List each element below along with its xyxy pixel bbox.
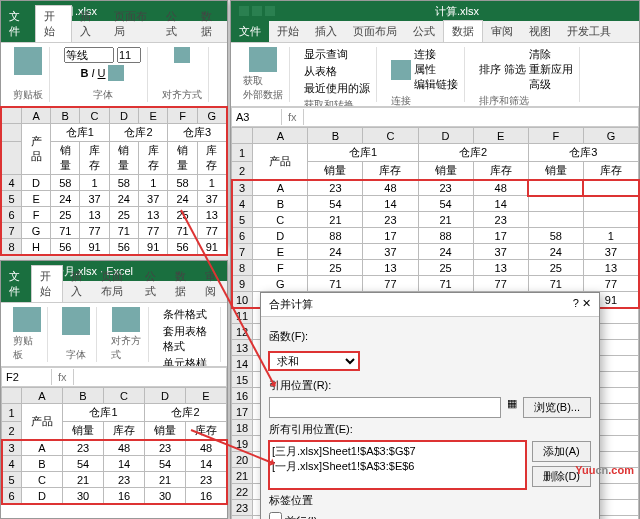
close-icon[interactable]: ✕	[582, 297, 591, 309]
fx-icon[interactable]: fx	[282, 109, 304, 125]
tab-data[interactable]: 数据	[443, 20, 483, 42]
font-size[interactable]	[117, 47, 141, 63]
table-row: 6D30163016	[2, 488, 227, 504]
name-box[interactable]: F2	[2, 369, 52, 385]
tab-layout[interactable]: 页面布局	[345, 21, 405, 42]
tab-file[interactable]: 文件	[1, 6, 35, 42]
table-row: 8F251325132513	[232, 260, 639, 276]
table-row: 3A23482348	[232, 180, 639, 196]
tab-start[interactable]: 开始	[269, 21, 307, 42]
formula-bar-c[interactable]: A3 fx	[231, 107, 639, 127]
browse-button[interactable]: 浏览(B)...	[523, 397, 591, 418]
all-refs-label: 所有引用位置(E):	[269, 423, 353, 435]
ribbon-c: 获取 外部数据 显示查询 从表格 最近使用的源 获取和转换 连接属性编辑链接 连…	[231, 43, 639, 107]
border-icon[interactable]	[108, 65, 124, 81]
tab-data[interactable]: 数据	[193, 6, 227, 42]
window-title: 计算.xlsx	[435, 4, 479, 19]
table-row: 3A23482348	[2, 440, 227, 456]
tab-start[interactable]: 开始	[31, 265, 63, 302]
tab-insert[interactable]: 插入	[307, 21, 345, 42]
sheet-b[interactable]: ABCDE 1产品仓库1仓库2 2销量库存销量库存 3A23482348 4B5…	[1, 387, 227, 504]
tab-file[interactable]: 文件	[1, 266, 31, 302]
tab-layout[interactable]: 页面布局	[106, 6, 159, 42]
fx-icon[interactable]: fx	[52, 369, 74, 385]
font-label: 字体	[93, 88, 113, 102]
table-row: 5E243724372437	[2, 191, 227, 207]
ribbon-tabs-b: 文件 开始 插入 页面布局 公式 数据 审阅	[1, 281, 227, 303]
all-refs-list[interactable]: [三月.xlsx]Sheet1!$A$3:$G$7 [一月.xlsx]Sheet…	[269, 441, 526, 489]
result-range[interactable]: 3A23482348 4B54145414 5C21232123 6D88178…	[232, 180, 639, 308]
paste-icon[interactable]	[13, 307, 41, 332]
align-label: 对齐方式	[162, 88, 202, 102]
ribbon-tabs-a: 文件 开始 插入 页面布局 公式 数据	[1, 21, 227, 43]
cond-format[interactable]: 条件格式	[163, 307, 207, 322]
function-select[interactable]: 求和	[269, 352, 359, 370]
list-item[interactable]: [三月.xlsx]Sheet1!$A$3:$G$7	[272, 444, 523, 459]
table-format[interactable]: 套用表格格式	[163, 324, 214, 354]
ribbon-tabs-c: 文件 开始 插入 页面布局 公式 数据 审阅 视图 开发工具	[231, 21, 639, 43]
tab-file[interactable]: 文件	[231, 21, 269, 42]
show-queries[interactable]: 显示查询	[304, 47, 348, 62]
name-box[interactable]: A3	[232, 109, 282, 125]
watermark: Yuucn.com	[575, 456, 634, 479]
group-clipboard: 剪贴板	[7, 47, 50, 102]
tab-insert[interactable]: 插入	[63, 266, 93, 302]
tab-formula[interactable]: 公式	[405, 21, 443, 42]
table-row: 8H569156915691	[2, 239, 227, 255]
function-label: 函数(F):	[269, 330, 308, 342]
titlebar-c[interactable]: 计算.xlsx	[231, 1, 639, 21]
font-icon[interactable]	[62, 307, 90, 335]
consolidate-dialog: 合并计算 ? ✕ 函数(F): 求和 引用位置(R): ▦ 浏览(B)... 所…	[260, 292, 600, 519]
table-row: 4B54145414	[2, 456, 227, 472]
dialog-title: 合并计算	[269, 297, 313, 312]
recent-sources[interactable]: 最近使用的源	[304, 81, 370, 96]
table-row: 4D581581581	[2, 175, 227, 191]
window-jan: 一月.xlsx · Excel 文件 开始 插入 页面布局 公式 数据 审阅 剪…	[0, 260, 228, 519]
align-icon[interactable]	[174, 47, 190, 63]
table-row: 5C21232123	[2, 472, 227, 488]
table-row: 7E243724372437	[232, 244, 639, 260]
tab-layout[interactable]: 页面布局	[93, 266, 137, 302]
getdata-icon[interactable]	[249, 47, 277, 72]
group-align: 对齐方式	[156, 47, 209, 102]
window-march: 三月.xlsx 文件 开始 插入 页面布局 公式 数据 剪贴板 B I U 字体…	[0, 0, 228, 245]
tab-insert[interactable]: 插入	[72, 6, 106, 42]
toprow-check[interactable]: 首行(I)	[269, 515, 317, 519]
tab-view[interactable]: 视图	[521, 21, 559, 42]
formula-bar-b[interactable]: F2 fx	[1, 367, 227, 387]
table-row: 4B54145414	[232, 196, 639, 212]
help-icon[interactable]: ?	[573, 297, 579, 309]
from-table[interactable]: 从表格	[304, 64, 337, 79]
tab-review[interactable]: 审阅	[483, 21, 521, 42]
clipboard-label: 剪贴板	[13, 88, 43, 102]
label-position: 标签位置	[269, 494, 313, 506]
dialog-titlebar[interactable]: 合并计算 ? ✕	[261, 293, 599, 317]
tab-data[interactable]: 数据	[167, 266, 197, 302]
cell-style[interactable]: 单元格样式	[163, 356, 214, 367]
table-row: 9G717771777177	[232, 276, 639, 292]
align-icon[interactable]	[112, 307, 140, 332]
ribbon-a: 剪贴板 B I U 字体 对齐方式	[1, 43, 227, 107]
table-row: 6F251325132513	[2, 207, 227, 223]
list-item[interactable]: [一月.xlsx]Sheet1!$A$3:$E$6	[272, 459, 523, 474]
ribbon-b: 剪贴板 字体 对齐方式 条件格式 套用表格格式 单元格样式	[1, 303, 227, 367]
tab-dev[interactable]: 开发工具	[559, 21, 619, 42]
table-row: 5C21232123	[232, 212, 639, 228]
refresh-icon[interactable]	[391, 60, 411, 80]
table-row: 6D88178817581	[232, 228, 639, 244]
group-font: B I U 字体	[58, 47, 148, 102]
font-name[interactable]	[64, 47, 114, 63]
tab-formula[interactable]: 公式	[158, 6, 192, 42]
range-picker-icon[interactable]: ▦	[507, 397, 517, 418]
qat[interactable]	[239, 6, 275, 16]
font-controls[interactable]: B I U	[81, 65, 125, 81]
tab-start[interactable]: 开始	[35, 5, 71, 42]
tab-formula[interactable]: 公式	[137, 266, 167, 302]
paste-icon[interactable]	[14, 47, 42, 75]
reference-input[interactable]	[269, 397, 501, 418]
